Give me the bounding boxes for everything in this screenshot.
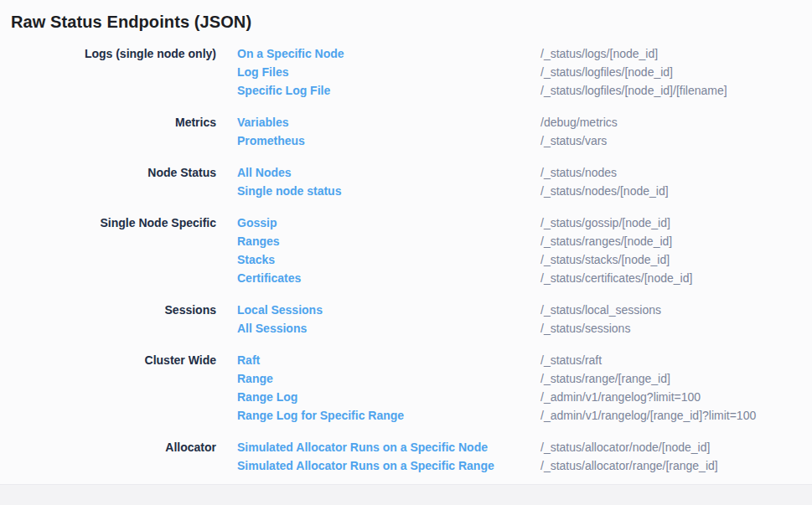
endpoint-path: /_status/vars [540,131,812,150]
endpoint-link[interactable]: Stacks [237,250,540,269]
endpoint-path: /_status/nodes/[node_id] [540,182,812,200]
endpoint-group: Node StatusAll NodesSingle node status/_… [0,163,812,200]
endpoint-link-column: Local SessionsAll Sessions [237,301,540,338]
endpoint-link[interactable]: Specific Log File [237,81,540,100]
endpoint-link-column: All NodesSingle node status [237,163,540,200]
endpoint-link[interactable]: Range Log for Specific Range [237,406,540,425]
endpoint-group: Single Node SpecificGossipRangesStacksCe… [0,214,812,287]
endpoint-path: /_status/local_sessions [540,301,812,319]
endpoint-category-label: Single Node Specific [0,214,216,287]
endpoint-path: /_status/allocator/range/[range_id] [540,456,812,475]
endpoint-path: /debug/metrics [540,113,812,131]
endpoint-path-column: /debug/metrics/_status/vars [540,113,812,150]
endpoint-path-column: /_status/local_sessions/_status/sessions [540,301,812,338]
advanced-debug-page: Raw Status Endpoints (JSON) Logs (single… [0,0,812,475]
endpoint-path: /_admin/v1/rangelog?limit=100 [540,388,812,406]
endpoint-link[interactable]: Ranges [237,232,540,250]
endpoint-link[interactable]: On a Specific Node [237,44,540,63]
endpoint-link[interactable]: Single node status [237,182,540,200]
endpoint-path: /_status/stacks/[node_id] [540,250,812,269]
endpoint-path-column: /_status/gossip/[node_id]/_status/ranges… [540,214,812,287]
endpoint-group: SessionsLocal SessionsAll Sessions/_stat… [0,301,812,338]
endpoint-link[interactable]: Raft [237,351,540,369]
endpoint-link[interactable]: Simulated Allocator Runs on a Specific R… [237,456,540,475]
endpoint-group: AllocatorSimulated Allocator Runs on a S… [0,438,812,475]
endpoint-path-column: /_status/logs/[node_id]/_status/logfiles… [540,44,812,100]
endpoint-link-column: GossipRangesStacksCertificates [237,214,540,287]
endpoint-path: /_status/sessions [540,319,812,338]
endpoint-table: Logs (single node only)On a Specific Nod… [0,44,812,475]
endpoint-path-column: /_status/allocator/node/[node_id]/_statu… [540,438,812,475]
endpoint-category-label: Sessions [0,301,216,338]
endpoint-group: Cluster WideRaftRangeRange LogRange Log … [0,351,812,425]
endpoint-link[interactable]: Simulated Allocator Runs on a Specific N… [237,438,540,456]
endpoint-path: /_status/allocator/node/[node_id] [540,438,812,456]
endpoint-category-label: Node Status [0,163,216,200]
endpoint-path-column: /_status/raft/_status/range/[range_id]/_… [540,351,812,425]
endpoint-category-label: Logs (single node only) [0,44,216,100]
endpoint-path: /_status/logfiles/[node_id] [540,63,812,81]
endpoint-path: /_status/ranges/[node_id] [540,232,812,250]
endpoint-link-column: Simulated Allocator Runs on a Specific N… [237,438,540,475]
endpoint-link[interactable]: Range Log [237,388,540,406]
endpoint-group: Logs (single node only)On a Specific Nod… [0,44,812,100]
endpoint-path: /_status/nodes [540,163,812,182]
endpoint-link[interactable]: Range [237,369,540,388]
endpoint-path: /_admin/v1/rangelog/[range_id]?limit=100 [540,406,812,425]
endpoint-link[interactable]: Log Files [237,63,540,81]
endpoint-link[interactable]: All Sessions [237,319,540,338]
endpoint-category-label: Cluster Wide [0,351,216,425]
endpoint-path: /_status/certificates/[node_id] [540,269,812,287]
endpoint-link[interactable]: Local Sessions [237,301,540,319]
endpoint-path: /_status/logfiles/[node_id]/[filename] [540,81,812,100]
endpoint-link[interactable]: All Nodes [237,163,540,182]
endpoint-link[interactable]: Gossip [237,214,540,232]
endpoint-group: MetricsVariablesPrometheus/debug/metrics… [0,113,812,150]
endpoint-link-column: On a Specific NodeLog FilesSpecific Log … [237,44,540,100]
footer-strip [0,484,812,505]
endpoint-link-column: VariablesPrometheus [237,113,540,150]
page-title: Raw Status Endpoints (JSON) [0,0,812,33]
endpoint-link[interactable]: Certificates [237,269,540,287]
endpoint-link[interactable]: Prometheus [237,131,540,150]
endpoint-category-label: Allocator [0,438,216,475]
endpoint-path: /_status/logs/[node_id] [540,44,812,63]
endpoint-path: /_status/range/[range_id] [540,369,812,388]
endpoint-path: /_status/gossip/[node_id] [540,214,812,232]
endpoint-path-column: /_status/nodes/_status/nodes/[node_id] [540,163,812,200]
endpoint-path: /_status/raft [540,351,812,369]
endpoint-category-label: Metrics [0,113,216,150]
endpoint-link-column: RaftRangeRange LogRange Log for Specific… [237,351,540,425]
endpoint-link[interactable]: Variables [237,113,540,131]
